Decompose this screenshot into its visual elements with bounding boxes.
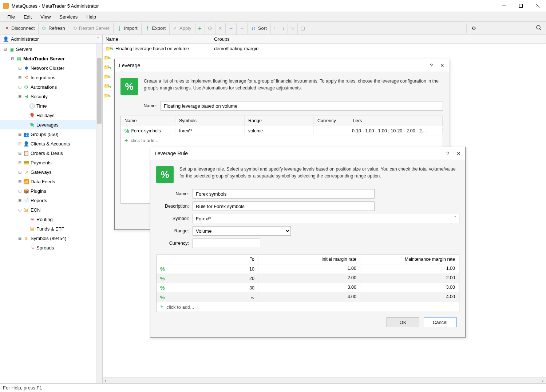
tree-clients-accounts[interactable]: ⊞👤Clients & Accounts <box>0 139 102 148</box>
scroll-left-icon[interactable]: ‹ <box>103 377 109 384</box>
table-row[interactable]: %20 2.00 2.00 <box>157 274 459 283</box>
tree-leverages[interactable]: %Leverages <box>0 120 102 129</box>
tree-ecn[interactable]: ⊞🏛ECN <box>0 205 102 215</box>
expander-icon[interactable]: ⊞ <box>17 94 22 99</box>
search-icon[interactable] <box>533 25 545 32</box>
expander-icon[interactable]: ⊟ <box>10 56 15 61</box>
dialog-titlebar[interactable]: Leverage Rule ? ✕ <box>150 147 465 160</box>
col-symbols[interactable]: Symbols <box>175 116 245 126</box>
close-icon[interactable]: ✕ <box>456 151 461 156</box>
disconnect-button[interactable]: ✕Disconnect <box>1 23 39 34</box>
export-button[interactable]: ⭱Export <box>142 23 170 34</box>
expander-icon[interactable]: ⊞ <box>17 132 22 137</box>
expander-icon[interactable]: ⊞ <box>17 189 22 193</box>
expander-icon[interactable]: ⊞ <box>17 198 22 203</box>
table-row[interactable]: 📁%Floating leverage based on volume demo… <box>103 44 546 53</box>
tree-integrations[interactable]: ⊞⟲Integrations <box>0 73 102 82</box>
refresh-button[interactable]: ⟳Refresh <box>39 23 69 34</box>
folder-row[interactable]: 📁% <box>103 72 112 81</box>
col-tiers[interactable]: Tiers <box>348 116 443 126</box>
maximize-button[interactable] <box>513 0 529 12</box>
expander-icon[interactable]: ⊞ <box>17 236 22 241</box>
menu-services[interactable]: Services <box>55 13 82 21</box>
rule-description-input[interactable] <box>193 201 375 211</box>
forward-button[interactable]: → <box>237 23 248 34</box>
minimize-button[interactable] <box>496 0 513 12</box>
tree-symbols[interactable]: ⊞$Symbols (89454) <box>0 233 102 243</box>
restart-server-button[interactable]: ⟲Restart Server <box>69 23 114 34</box>
search-input[interactable] <box>478 24 533 33</box>
chevron-down-icon[interactable]: ˅ <box>454 215 456 221</box>
table-row[interactable]: %30 3.00 3.00 <box>157 283 459 293</box>
expander-icon[interactable]: ⊞ <box>17 66 22 71</box>
scroll-right-icon[interactable]: › <box>540 377 546 384</box>
caret-up-icon[interactable]: ˄ <box>97 36 99 42</box>
tree-time[interactable]: 🕒Time <box>0 101 102 111</box>
folder-row[interactable]: 📁% <box>103 91 112 100</box>
col-range[interactable]: Range <box>245 116 314 126</box>
col-maint[interactable]: Maintenance margin rate <box>360 255 459 264</box>
close-icon[interactable]: ✕ <box>440 63 444 68</box>
expander-icon[interactable]: ⊞ <box>17 160 22 165</box>
tree-gateways[interactable]: ⊞↗Gateways <box>0 167 102 177</box>
tree-payments[interactable]: ⊞💳Payments <box>0 158 102 167</box>
tree-spreads[interactable]: ∿Spreads <box>0 243 102 252</box>
expander-icon[interactable]: ⊞ <box>17 75 22 80</box>
menu-edit[interactable]: Edit <box>19 13 36 21</box>
tree-orders-deals[interactable]: ⊞📋Orders & Deals <box>0 148 102 158</box>
table-row[interactable]: %∞ 4.00 4.00 <box>157 293 459 302</box>
menu-view[interactable]: View <box>36 13 55 21</box>
tree-automations[interactable]: ⊞⚙Automations <box>0 82 102 92</box>
rule-symbol-select[interactable] <box>193 214 459 223</box>
tree-plugins[interactable]: ⊞📦Plugins <box>0 186 102 196</box>
expander-icon[interactable]: ⊞ <box>17 208 22 212</box>
folder-row[interactable]: 📁% <box>103 53 112 63</box>
delete-button[interactable]: ✕ <box>215 23 226 34</box>
scroll-thumb[interactable] <box>97 58 102 124</box>
tree-groups[interactable]: ⊞👥Groups (550) <box>0 129 102 139</box>
menu-help[interactable]: Help <box>82 13 100 21</box>
expander-icon[interactable]: ⊞ <box>17 179 22 184</box>
tree-data-feeds[interactable]: ⊞📶Data Feeds <box>0 177 102 186</box>
move-down-button[interactable]: ↓ <box>279 23 288 34</box>
cancel-button[interactable]: Cancel <box>424 317 456 327</box>
tree-security[interactable]: ⊞⛨Security <box>0 92 102 101</box>
folder-row[interactable]: 📁% <box>103 81 112 91</box>
help-icon[interactable]: ? <box>446 151 449 156</box>
add-tier-row[interactable]: + click to add... <box>157 302 459 312</box>
import-button[interactable]: ⭳Import <box>114 23 142 34</box>
tree-routing[interactable]: ✳Routing <box>0 215 102 224</box>
tree-network-cluster[interactable]: ⊞✱Network Cluster <box>0 63 102 73</box>
play-button[interactable]: ▷ <box>288 23 298 34</box>
apply-button[interactable]: ✓Apply <box>170 23 195 34</box>
ok-button[interactable]: OK <box>387 317 419 327</box>
col-name[interactable]: Name <box>103 35 211 43</box>
expander-icon[interactable]: ⊞ <box>17 141 22 146</box>
table-row[interactable]: %10 1.00 1.00 <box>157 264 459 274</box>
expander-icon[interactable]: ⊟ <box>3 47 7 52</box>
filter-icon[interactable]: ⚙ <box>470 25 478 31</box>
add-rule-row[interactable]: + click to add... <box>121 136 443 145</box>
col-groups[interactable]: Groups <box>211 35 546 43</box>
sort-button[interactable]: ↓↑Sort <box>248 23 271 34</box>
move-up-button[interactable]: ↑ <box>271 23 280 34</box>
col-currency[interactable]: Currency <box>314 116 348 126</box>
tree-holidays[interactable]: 🎈Holidays <box>0 111 102 120</box>
rule-name-input[interactable] <box>193 189 375 199</box>
add-button[interactable]: + <box>195 23 205 34</box>
settings-button[interactable]: ⚙ <box>205 23 215 34</box>
tree-header[interactable]: 👤 Administrator ˄ <box>0 35 102 44</box>
col-name[interactable]: Name <box>121 116 175 126</box>
col-to[interactable]: To <box>157 255 258 264</box>
tree-servers[interactable]: ⊟ ▣ Servers <box>0 44 102 54</box>
expander-icon[interactable]: ⊞ <box>17 170 22 175</box>
tree-funds-etf[interactable]: 🏛Funds & ETF <box>0 224 102 233</box>
tree-metatrader-server[interactable]: ⊟ ▤ MetaTrader Server <box>0 54 102 63</box>
stop-button[interactable]: ▢ <box>298 23 308 34</box>
close-button[interactable] <box>529 0 546 12</box>
expander-icon[interactable]: ⊞ <box>17 151 22 156</box>
rule-currency-input[interactable] <box>193 239 260 248</box>
h-scrollbar[interactable]: ‹ › <box>103 377 546 383</box>
dialog-titlebar[interactable]: Leverage ? ✕ <box>115 59 449 72</box>
back-button[interactable]: ← <box>226 23 237 34</box>
